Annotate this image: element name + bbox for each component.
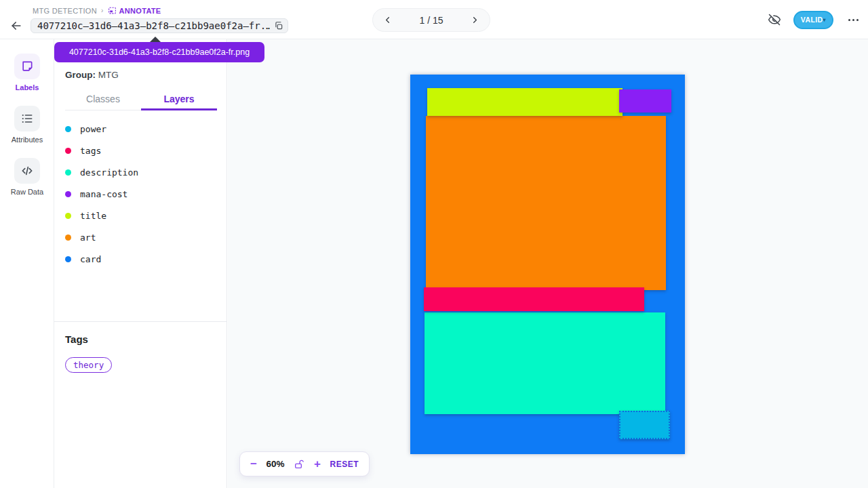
group-label: Group: — [65, 70, 96, 80]
breadcrumb-project[interactable]: MTG DETECTION — [33, 7, 97, 15]
tab-classes[interactable]: Classes — [65, 90, 141, 110]
layer-row-card[interactable]: card — [65, 248, 217, 270]
layer-color-dot — [65, 235, 71, 241]
layer-color-dot — [65, 256, 71, 262]
layers-list: powertagsdescriptionmana-costtitleartcar… — [65, 118, 217, 270]
panel-tabs: Classes Layers — [65, 90, 217, 110]
hide-annotations-button[interactable] — [768, 13, 781, 26]
zoom-level: 60% — [267, 459, 285, 469]
filename-tooltip: 4077210c-31d6-41a3-b2f8-c21bb9ae0f2a-fr.… — [54, 42, 264, 62]
layer-row-tags[interactable]: tags — [65, 140, 217, 161]
layer-row-power[interactable]: power — [65, 118, 217, 140]
status-valid-button[interactable]: VALID ▾ — [793, 11, 833, 29]
tab-layers[interactable]: Layers — [141, 90, 217, 110]
breadcrumb-page-label[interactable]: ANNOTATE — [119, 7, 161, 15]
left-icon-rail: Labels Attributes Raw Data — [0, 39, 54, 488]
layer-row-mana-cost[interactable]: mana-cost — [65, 183, 217, 205]
copy-filename-button[interactable] — [270, 19, 288, 33]
zoom-in-button[interactable]: + — [314, 458, 321, 470]
annotation-box-description[interactable] — [425, 312, 665, 414]
layer-name: title — [80, 211, 106, 221]
annotation-box-card[interactable] — [410, 75, 685, 454]
tooltip-arrow — [150, 37, 161, 42]
status-caret-icon: ▾ — [823, 17, 826, 23]
zoom-out-button[interactable]: − — [250, 458, 257, 470]
chevron-right-icon — [470, 15, 480, 25]
layer-name: art — [80, 232, 96, 243]
chevron-left-icon — [382, 15, 393, 25]
zoom-reset-button[interactable]: RESET — [330, 460, 359, 469]
layer-color-dot — [65, 148, 71, 154]
list-icon — [14, 106, 40, 131]
annotate-icon — [108, 6, 117, 15]
tags-section-title: Tags — [65, 333, 88, 345]
layer-color-dot — [65, 169, 71, 176]
annotation-box-title[interactable] — [427, 88, 623, 116]
more-options-button[interactable] — [846, 16, 861, 24]
annotation-box-tags[interactable] — [424, 287, 644, 311]
breadcrumb-annotate: ANNOTATE — [108, 6, 161, 15]
header-actions: VALID ▾ — [768, 0, 861, 39]
asset-filename: 4077210c–31d6–41a3–b2f8–c21bb9ae0f2a–fr.… — [31, 20, 270, 31]
asset-filename-field[interactable]: 4077210c–31d6–41a3–b2f8–c21bb9ae0f2a–fr.… — [31, 18, 288, 33]
unlock-zoom-button[interactable] — [294, 459, 304, 470]
previous-asset-button[interactable] — [382, 15, 393, 25]
status-label: VALID — [801, 16, 823, 24]
label-icon — [14, 54, 40, 79]
pager-count: 1 / 15 — [419, 15, 443, 26]
layer-name: mana-cost — [80, 189, 127, 199]
layer-name: card — [80, 254, 101, 264]
dot-icon — [856, 19, 859, 21]
labels-panel: Group: MTG Classes Layers powertagsdescr… — [54, 39, 227, 488]
panel-divider — [54, 321, 227, 322]
eye-off-icon — [768, 13, 781, 26]
layer-row-art[interactable]: art — [65, 226, 217, 248]
lock-open-icon — [294, 459, 304, 470]
sidebar-item-raw-data[interactable]: Raw Data — [0, 158, 54, 196]
layer-name: description — [80, 167, 138, 178]
dot-icon — [848, 19, 850, 21]
asset-pager: 1 / 15 — [372, 8, 490, 32]
layer-color-dot — [65, 213, 71, 219]
sidebar-item-label: Attributes — [12, 136, 43, 144]
sidebar-item-labels[interactable]: Labels — [0, 54, 54, 92]
layer-row-description[interactable]: description — [65, 161, 217, 183]
top-header: MTG DETECTION › ANNOTATE 4077210c–31d6–4… — [0, 0, 868, 39]
sidebar-item-label: Raw Data — [11, 188, 43, 196]
next-asset-button[interactable] — [470, 15, 480, 25]
layer-name: tags — [80, 146, 101, 156]
layer-row-title[interactable]: title — [65, 205, 217, 226]
copy-icon — [274, 21, 283, 30]
tooltip-text: 4077210c-31d6-41a3-b2f8-c21bb9ae0f2a-fr.… — [69, 47, 250, 57]
tag-chip-theory[interactable]: theory — [65, 357, 112, 373]
group-line: Group: MTG — [65, 70, 119, 80]
back-button[interactable] — [8, 18, 24, 34]
breadcrumb-separator: › — [101, 7, 104, 14]
dot-icon — [852, 19, 854, 21]
zoom-toolbar: − 60% + RESET — [239, 451, 370, 476]
layer-color-dot — [65, 126, 71, 132]
sidebar-item-label: Labels — [16, 83, 39, 92]
sidebar-item-attributes[interactable]: Attributes — [0, 106, 54, 144]
breadcrumb: MTG DETECTION › ANNOTATE — [33, 6, 161, 15]
tags-row: theory — [65, 357, 112, 373]
annotation-canvas[interactable]: − 60% + RESET — [228, 39, 868, 488]
code-icon — [14, 158, 40, 184]
annotation-box-art[interactable] — [426, 116, 666, 290]
layer-name: power — [80, 124, 106, 134]
annotation-box-power[interactable] — [619, 411, 670, 439]
annotation-box-mana-cost[interactable] — [619, 89, 671, 113]
group-value: MTG — [98, 70, 119, 80]
layer-color-dot — [65, 191, 71, 197]
